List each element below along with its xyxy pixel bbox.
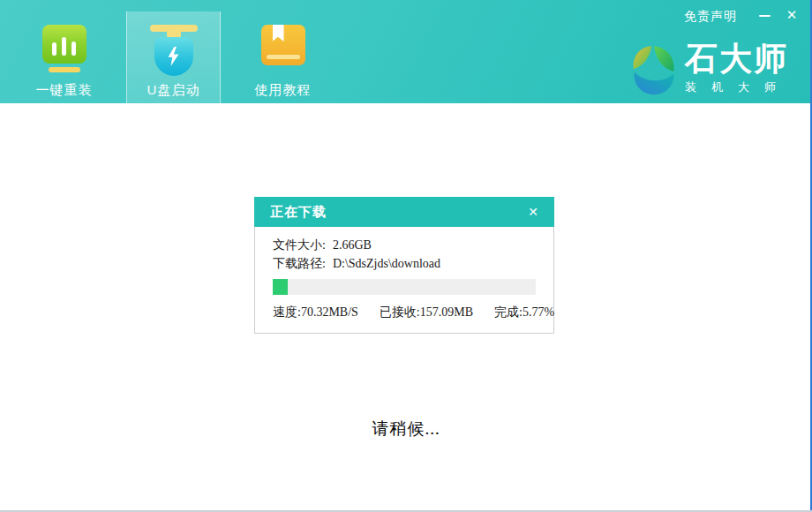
app-logo: 石大师 装机大师 (631, 41, 791, 96)
book-icon-body (261, 25, 305, 65)
book-pages-stripe (267, 55, 300, 59)
dialog-title: 正在下载 (270, 204, 327, 221)
tab-label-one-key-reinstall: 一键重装 (36, 82, 93, 99)
logo-title: 石大师 (685, 41, 791, 78)
book-icon (261, 25, 305, 76)
download-path-row: 下载路径:D:\SdsZjds\download (273, 254, 536, 273)
usb-shield-icon (150, 25, 198, 76)
received-stat: 已接收:157.09MB (380, 305, 473, 320)
tab-tutorial[interactable]: 使用教程 (236, 11, 330, 103)
download-stats: 速度:70.32MB/S 已接收:157.09MB 完成:5.77% (273, 305, 536, 320)
received-label: 已接收: (380, 305, 420, 319)
chart-board-icon-body (42, 25, 86, 64)
dialog-body: 文件大小:2.66GB 下载路径:D:\SdsZjds\download 速度:… (254, 227, 554, 334)
app-header: 一键重装 U盘启动 (0, 0, 812, 103)
close-button[interactable]: ✕ (782, 5, 801, 25)
completed-value: 5.77% (523, 305, 554, 319)
speed-stat: 速度:70.32MB/S (273, 305, 358, 320)
progress-fill (273, 279, 288, 295)
completed-stat: 完成:5.77% (494, 305, 554, 320)
chart-bar-icon (52, 42, 56, 56)
tab-one-key-reinstall[interactable]: 一键重装 (17, 11, 111, 103)
file-size-label: 文件大小: (273, 238, 326, 252)
lightning-icon (166, 46, 181, 67)
chart-board-icon (42, 25, 86, 76)
download-dialog: 正在下载 ✕ 文件大小:2.66GB 下载路径:D:\SdsZjds\downl… (254, 197, 554, 334)
chart-board-base (49, 67, 80, 72)
file-size-value: 2.66GB (333, 238, 372, 252)
wait-message: 请稍候... (0, 418, 812, 440)
progress-bar (273, 279, 536, 295)
usb-cap-icon (150, 25, 198, 32)
usb-shield-body (154, 37, 193, 76)
bookmark-icon (273, 25, 284, 41)
tab-usb-boot[interactable]: U盘启动 (126, 11, 221, 103)
chart-bar-icon (62, 37, 66, 56)
nav-tabs: 一键重装 U盘启动 (17, 0, 330, 103)
file-size-row: 文件大小:2.66GB (273, 236, 536, 254)
logo-text: 石大师 装机大师 (685, 41, 791, 95)
dialog-close-button[interactable]: ✕ (524, 203, 542, 221)
download-path-value: D:\SdsZjds\download (333, 257, 440, 270)
disclaimer-link[interactable]: 免责声明 (684, 9, 737, 25)
logo-swirl-icon (631, 45, 677, 96)
logo-subtitle: 装机大师 (685, 79, 791, 95)
minimize-icon (759, 15, 771, 17)
tab-label-usb-boot: U盘启动 (147, 82, 200, 99)
completed-label: 完成: (494, 305, 523, 319)
speed-label: 速度: (273, 305, 301, 319)
chart-bar-icon (71, 41, 76, 56)
dialog-header: 正在下载 ✕ (254, 197, 554, 227)
tab-label-tutorial: 使用教程 (255, 82, 312, 99)
speed-value: 70.32MB/S (301, 305, 358, 319)
app-window: 一键重装 U盘启动 (0, 0, 812, 512)
received-value: 157.09MB (420, 305, 473, 319)
minimize-button[interactable] (756, 7, 773, 25)
download-path-label: 下载路径: (273, 257, 326, 270)
